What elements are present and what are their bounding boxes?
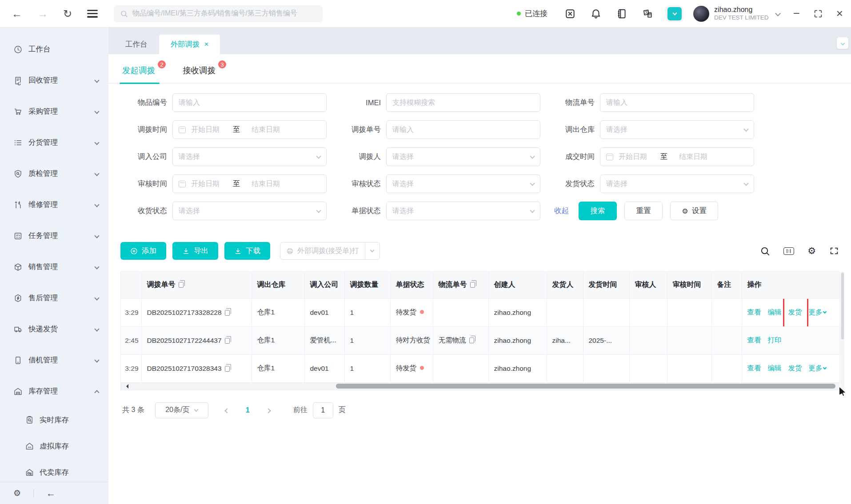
collapse-sidebar-icon[interactable]: ← <box>46 488 56 499</box>
sidebar-item-aftersales[interactable]: 售后管理 <box>0 282 108 314</box>
more-link[interactable]: 更多 <box>809 364 826 372</box>
ship-link[interactable]: 发货 <box>788 364 802 372</box>
doc-status-select[interactable]: 请选择 <box>386 202 540 220</box>
add-button[interactable]: 添加 <box>120 242 166 260</box>
sidebar-item-realtime-stock[interactable]: 实时库存 <box>0 407 108 433</box>
search-button[interactable]: 搜索 <box>579 202 617 220</box>
view-link[interactable]: 查看 <box>747 364 761 372</box>
logistics-no-input[interactable]: 请输入 <box>600 93 754 112</box>
user-info[interactable]: zihao.zhong DEV TEST LIMITED <box>714 5 769 22</box>
settings-gear-icon[interactable]: ⚙ <box>13 488 21 498</box>
print-options-chevron[interactable] <box>365 249 380 253</box>
proxy-app-icon[interactable] <box>564 8 576 20</box>
settings-button[interactable]: ⚙设置 <box>670 202 718 220</box>
more-link[interactable]: 更多 <box>809 308 826 316</box>
copy-icon[interactable] <box>179 282 184 288</box>
package-icon <box>13 262 23 272</box>
menu-toggle-icon[interactable] <box>87 10 98 18</box>
transfer-time-range-input[interactable]: 开始日期至结束日期 <box>172 120 327 139</box>
export-button[interactable]: 导出 <box>172 242 218 260</box>
user-avatar[interactable] <box>693 6 709 22</box>
view-link[interactable]: 查看 <box>747 308 761 316</box>
sidebar-item-recycle[interactable]: 回收管理 <box>0 65 108 96</box>
assistant-dropdown-button[interactable] <box>667 7 682 20</box>
current-page[interactable]: 1 <box>246 406 250 414</box>
window-minimize-button[interactable]: − <box>793 7 800 20</box>
refresh-icon[interactable]: ↻ <box>63 8 72 20</box>
table-density-icon[interactable]: |:| <box>783 247 794 255</box>
goto-page-input[interactable]: 1 <box>313 402 333 418</box>
user-menu-chevron-icon[interactable] <box>775 11 781 16</box>
filter-logistics-no: 物流单号 请输入 <box>548 93 754 112</box>
topbar: ← → ↻ 物品编号/IMEI/第三方条码/销售编号/第三方销售编号 已连接 文… <box>0 0 851 28</box>
table-fullscreen-icon[interactable] <box>829 246 839 256</box>
copy-icon[interactable] <box>469 337 474 343</box>
reset-button[interactable]: 重置 <box>624 202 663 220</box>
table-search-icon[interactable] <box>760 246 770 256</box>
subtab-initiate-transfer[interactable]: 发起调拨 2 <box>122 65 157 83</box>
sidebar-item-quality[interactable]: 质检管理 <box>0 158 108 189</box>
nav-forward-icon[interactable]: → <box>37 8 48 20</box>
transfer-person-select[interactable]: 请选择 <box>386 147 540 166</box>
scrollbar-thumb[interactable] <box>336 384 835 389</box>
sidebar-item-purchase[interactable]: 采购管理 <box>0 96 108 127</box>
logbook-icon[interactable] <box>616 8 627 20</box>
collapse-filters-link[interactable]: 收起 <box>554 206 569 216</box>
download-button[interactable]: 下载 <box>224 242 270 260</box>
tab-close-icon[interactable]: × <box>204 40 209 49</box>
tools-icon <box>13 200 23 210</box>
next-page-button[interactable] <box>267 406 270 414</box>
print-dropdown-button[interactable]: 外部调拨(接受单)打 <box>280 242 380 260</box>
copy-icon[interactable] <box>225 338 230 344</box>
window-close-button[interactable]: × <box>836 7 843 20</box>
imei-input[interactable]: 支持模糊搜索 <box>386 93 540 112</box>
edit-link[interactable]: 编辑 <box>768 364 782 372</box>
prev-page-button[interactable] <box>225 406 229 414</box>
view-link[interactable]: 查看 <box>747 336 761 344</box>
deal-time-range-input[interactable]: 开始日期至结束日期 <box>600 147 754 166</box>
nav-back-icon[interactable]: ← <box>12 8 22 20</box>
window-maximize-button[interactable] <box>813 9 823 19</box>
sidebar-item-sales[interactable]: 销售管理 <box>0 251 108 282</box>
sidebar-item-repair[interactable]: 维修管理 <box>0 189 108 220</box>
copy-icon[interactable] <box>225 366 230 372</box>
sidebar-item-virtual-stock[interactable]: 虚拟库存 <box>0 433 108 459</box>
print-link[interactable]: 打印 <box>768 336 782 344</box>
page-size-select[interactable]: 20条/页 <box>155 402 208 418</box>
notifications-bell-icon[interactable] <box>590 8 602 20</box>
ship-status-select[interactable]: 请选择 <box>600 175 754 193</box>
edit-link[interactable]: 编辑 <box>768 308 782 316</box>
audit-status-select[interactable]: 请选择 <box>386 175 540 193</box>
table-settings-gear-icon[interactable]: ⚙ <box>807 246 816 256</box>
tab-workbench[interactable]: 工作台 <box>114 35 159 54</box>
sidebar-item-inventory[interactable]: 库存管理 <box>0 376 108 407</box>
badge-count: 2 <box>157 60 167 69</box>
translate-icon[interactable]: 文A <box>642 8 653 20</box>
sidebar-item-loaner[interactable]: 借机管理 <box>0 345 108 376</box>
subtab-receive-transfer[interactable]: 接收调拨 3 <box>183 65 217 83</box>
audit-time-range-input[interactable]: 开始日期至结束日期 <box>172 175 327 193</box>
clock-icon <box>13 45 23 54</box>
item-no-input[interactable]: 请输入 <box>172 93 327 112</box>
tab-external-transfer[interactable]: 外部调拨 × <box>159 35 220 54</box>
receive-status-select[interactable]: 请选择 <box>172 202 327 220</box>
sidebar-item-workbench[interactable]: 工作台 <box>0 34 108 65</box>
scroll-left-arrow-icon[interactable] <box>124 384 128 389</box>
sidebar-item-distribution[interactable]: 分货管理 <box>0 127 108 158</box>
ship-link[interactable]: 发货 <box>788 308 802 316</box>
in-company-select[interactable]: 请选择 <box>172 147 327 166</box>
sidebar-item-tasks[interactable]: 任务管理 <box>0 220 108 251</box>
hexagon-bolt-icon <box>13 294 23 303</box>
svg-text:A: A <box>649 12 651 17</box>
out-warehouse-select[interactable]: 请选择 <box>600 120 754 139</box>
copy-icon[interactable] <box>225 310 230 316</box>
vertical-scrollbar[interactable] <box>840 272 844 391</box>
filter-audit-time: 审核时间 开始日期至结束日期 <box>120 175 327 193</box>
sidebar-item-express[interactable]: 快递发货 <box>0 314 108 345</box>
col-time <box>121 272 141 298</box>
tag-list-dropdown[interactable] <box>837 37 848 49</box>
global-search-input[interactable]: 物品编号/IMEI/第三方条码/销售编号/第三方销售编号 <box>114 5 323 22</box>
horizontal-scrollbar[interactable] <box>121 383 839 390</box>
copy-icon[interactable] <box>470 282 475 288</box>
transfer-no-input[interactable]: 请输入 <box>386 120 540 139</box>
